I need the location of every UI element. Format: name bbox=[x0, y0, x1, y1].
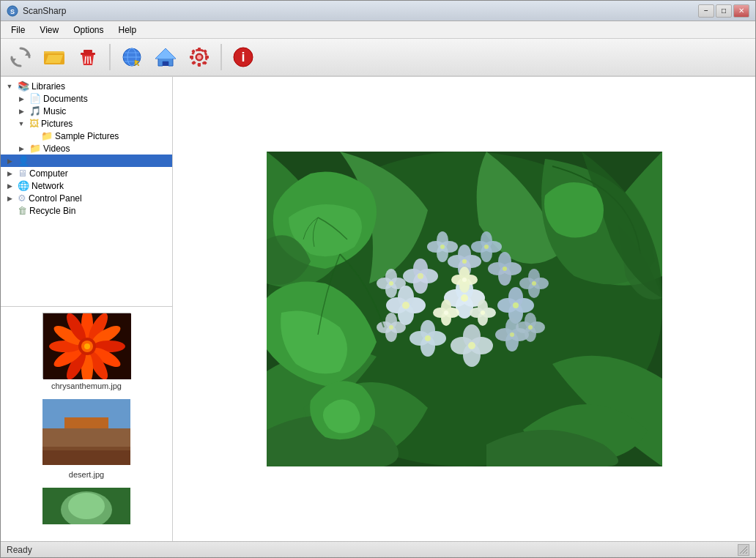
tree-item-control-panel[interactable]: ▶ ⚙ Control Panel bbox=[1, 192, 172, 204]
svg-rect-24 bbox=[198, 48, 201, 51]
status-bar: Ready bbox=[1, 541, 755, 557]
svg-point-23 bbox=[197, 55, 201, 59]
svg-marker-19 bbox=[155, 48, 176, 59]
maximize-button[interactable]: □ bbox=[716, 4, 732, 18]
folder-icon-computer: 🖥 bbox=[18, 168, 27, 179]
svg-text:S: S bbox=[10, 8, 15, 15]
tree-label-documents: Documents bbox=[43, 94, 88, 104]
svg-point-90 bbox=[513, 302, 519, 308]
expander-network[interactable]: ▶ bbox=[4, 182, 15, 190]
expander-computer[interactable]: ▶ bbox=[4, 170, 15, 177]
svg-point-135 bbox=[528, 325, 533, 330]
svg-rect-8 bbox=[81, 53, 95, 55]
settings-button[interactable] bbox=[184, 42, 215, 72]
menu-file[interactable]: File bbox=[4, 23, 32, 37]
tree-item-videos[interactable]: ▶ 📁 Videos bbox=[1, 142, 172, 155]
delete-button[interactable] bbox=[73, 42, 103, 72]
tree-label-control-panel: Control Panel bbox=[29, 193, 82, 204]
svg-line-11 bbox=[90, 56, 91, 64]
home-button[interactable] bbox=[150, 42, 181, 72]
thumbnail-chrysanthemum[interactable]: chrysanthemum.jpg bbox=[7, 313, 166, 390]
menu-view[interactable]: View bbox=[32, 23, 66, 37]
svg-point-105 bbox=[510, 332, 514, 337]
folder-icon-network: 🌐 bbox=[18, 180, 29, 191]
svg-rect-29 bbox=[203, 49, 207, 53]
expander-user[interactable]: ▶ bbox=[4, 157, 15, 165]
svg-point-110 bbox=[440, 245, 445, 249]
status-text: Ready bbox=[7, 545, 32, 555]
sync-icon bbox=[9, 45, 32, 69]
info-button[interactable]: i bbox=[228, 42, 259, 72]
status-grip bbox=[738, 544, 749, 556]
svg-marker-3 bbox=[10, 59, 16, 63]
expander-documents[interactable]: ▶ bbox=[15, 95, 27, 103]
folder-icon-documents: 📄 bbox=[29, 93, 41, 104]
svg-text:i: i bbox=[241, 50, 245, 64]
expander-control-panel[interactable]: ▶ bbox=[4, 195, 15, 202]
folder-icon-control-panel: ⚙ bbox=[18, 193, 26, 204]
title-bar-left: S ScanSharp bbox=[7, 5, 66, 17]
folder-icon-user: 👤 bbox=[18, 155, 29, 166]
expander-pictures[interactable]: ▼ bbox=[15, 120, 27, 127]
tree-item-documents[interactable]: ▶ 📄 Documents bbox=[1, 92, 172, 105]
svg-rect-20 bbox=[163, 62, 168, 66]
delete-icon bbox=[76, 45, 100, 69]
svg-line-9 bbox=[85, 56, 86, 64]
browse-button[interactable] bbox=[116, 42, 147, 72]
tree-label-computer: Computer bbox=[29, 168, 68, 179]
preview-panel bbox=[173, 77, 755, 541]
tree-item-user[interactable]: ▶ 👤 bbox=[1, 155, 172, 167]
minimize-button[interactable]: − bbox=[698, 4, 714, 18]
tree-item-computer[interactable]: ▶ 🖥 Computer bbox=[1, 167, 172, 179]
svg-rect-27 bbox=[205, 56, 209, 59]
close-button[interactable]: ✕ bbox=[733, 4, 749, 18]
thumb-image-desert bbox=[42, 399, 130, 467]
left-panel: ▼ 📚 Libraries ▶ 📄 Documents ▶ 🎵 Music bbox=[1, 77, 173, 541]
tree-panel[interactable]: ▼ 📚 Libraries ▶ 📄 Documents ▶ 🎵 Music bbox=[1, 77, 172, 307]
tree-label-network: Network bbox=[32, 181, 64, 191]
toolbar-separator-1 bbox=[109, 44, 111, 70]
tree-item-recycle-bin[interactable]: 🗑 Recycle Bin bbox=[1, 204, 172, 217]
tree-label-libraries: Libraries bbox=[32, 81, 65, 92]
tree-item-network[interactable]: ▶ 🌐 Network bbox=[1, 179, 172, 192]
menu-options[interactable]: Options bbox=[66, 23, 111, 37]
window-controls: − □ ✕ bbox=[698, 4, 749, 18]
svg-point-125 bbox=[389, 325, 393, 330]
toolbar: i bbox=[1, 39, 755, 77]
svg-point-70 bbox=[462, 259, 467, 264]
svg-rect-55 bbox=[42, 450, 130, 465]
tree-label-recycle-bin: Recycle Bin bbox=[29, 206, 75, 216]
expander-recycle-bin bbox=[4, 207, 15, 215]
folder-icon-recycle-bin: 🗑 bbox=[18, 205, 27, 216]
thumbnail-partial[interactable] bbox=[7, 488, 166, 527]
svg-point-95 bbox=[425, 335, 431, 341]
tree-item-sample-pictures[interactable]: 📁 Sample Pictures bbox=[1, 130, 172, 142]
main-content: ▼ 📚 Libraries ▶ 📄 Documents ▶ 🎵 Music bbox=[1, 77, 755, 541]
app-icon: S bbox=[7, 5, 18, 17]
svg-rect-25 bbox=[198, 63, 201, 67]
expander-music[interactable]: ▶ bbox=[15, 108, 27, 115]
expander-videos[interactable]: ▶ bbox=[15, 145, 27, 152]
menu-help[interactable]: Help bbox=[111, 23, 144, 37]
settings-icon bbox=[188, 45, 211, 69]
tree-item-music[interactable]: ▶ 🎵 Music bbox=[1, 105, 172, 117]
expander-libraries[interactable]: ▼ bbox=[4, 83, 15, 90]
svg-point-130 bbox=[532, 281, 536, 286]
tree-label-sample-pictures: Sample Pictures bbox=[55, 131, 119, 141]
folder-icon-music: 🎵 bbox=[29, 105, 41, 116]
tree-label-pictures: Pictures bbox=[41, 119, 73, 129]
open-folder-button[interactable] bbox=[39, 42, 70, 72]
home-icon bbox=[154, 45, 177, 69]
title-bar: S ScanSharp − □ ✕ bbox=[1, 1, 755, 21]
main-window: S ScanSharp − □ ✕ File View Options Help bbox=[0, 0, 756, 558]
tree-item-libraries[interactable]: ▼ 📚 Libraries bbox=[1, 80, 172, 92]
thumbnail-desert[interactable]: desert.jpg bbox=[7, 399, 166, 479]
tree-item-pictures[interactable]: ▼ 🖼 Pictures bbox=[1, 117, 172, 130]
svg-point-65 bbox=[418, 273, 423, 279]
thumbnail-panel[interactable]: chrysanthemum.jpg bbox=[1, 307, 172, 542]
hydrangea-preview bbox=[267, 152, 662, 466]
folder-icon-libraries: 📚 bbox=[18, 81, 29, 92]
svg-rect-28 bbox=[191, 49, 196, 53]
sync-button[interactable] bbox=[5, 42, 36, 72]
svg-point-75 bbox=[503, 267, 507, 271]
